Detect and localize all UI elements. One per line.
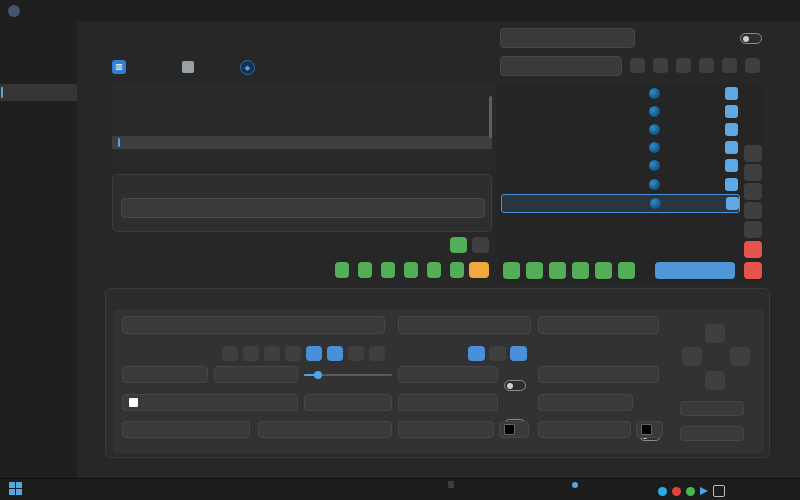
taskbar-app-red[interactable] bbox=[162, 481, 177, 496]
panel-tool-button[interactable] bbox=[745, 58, 760, 73]
add-panel-button[interactable] bbox=[699, 58, 714, 73]
marquee-speed-slider[interactable] bbox=[304, 366, 392, 383]
fixed-width-stepper[interactable] bbox=[122, 366, 208, 383]
sensor-id-input[interactable] bbox=[121, 198, 485, 218]
taskbar-app-terminal[interactable] bbox=[74, 481, 89, 496]
text-input[interactable] bbox=[122, 316, 385, 334]
display-value-button-active[interactable] bbox=[468, 346, 485, 361]
nudge-left-button[interactable] bbox=[682, 347, 702, 366]
tree-item-current-track[interactable] bbox=[112, 110, 492, 123]
add-gauge-button[interactable] bbox=[595, 262, 612, 279]
tree-scrollbar[interactable] bbox=[489, 96, 492, 138]
tab-libre[interactable] bbox=[182, 58, 200, 76]
align-center-button-active[interactable] bbox=[306, 346, 322, 361]
add-clock-button[interactable] bbox=[381, 262, 395, 278]
grid-tool-button[interactable] bbox=[676, 58, 691, 73]
taskbar-app-light[interactable] bbox=[206, 481, 221, 496]
blur-tool-button[interactable] bbox=[630, 58, 645, 73]
add-gauge-button[interactable] bbox=[427, 262, 441, 278]
add-bar-button[interactable] bbox=[404, 262, 418, 278]
lowercase-button-active[interactable] bbox=[327, 346, 343, 361]
position-x-stepper[interactable] bbox=[680, 401, 744, 416]
tree-item-spotify-child[interactable] bbox=[112, 97, 492, 110]
justify-button[interactable] bbox=[369, 346, 385, 361]
reset-button[interactable] bbox=[744, 262, 762, 279]
font-color-select[interactable] bbox=[122, 394, 298, 411]
taskbar-app-firefox[interactable] bbox=[52, 481, 67, 496]
spacing-button[interactable] bbox=[348, 346, 364, 361]
add-bar-button[interactable] bbox=[572, 262, 589, 279]
taskbar-app-infopanel-active[interactable] bbox=[272, 481, 287, 496]
reading-select[interactable] bbox=[538, 316, 659, 334]
taskbar-app-steam[interactable] bbox=[140, 481, 155, 496]
visible-checkbox[interactable] bbox=[725, 105, 738, 118]
save-button[interactable] bbox=[655, 262, 735, 279]
display-toggle[interactable] bbox=[740, 33, 762, 44]
add-shape-button[interactable] bbox=[450, 262, 464, 278]
list-item-track-progress-selected[interactable] bbox=[501, 194, 740, 213]
add-image-button[interactable] bbox=[358, 262, 372, 278]
taskbar-app-spotify[interactable] bbox=[96, 481, 111, 496]
list-item-album[interactable] bbox=[501, 139, 738, 156]
sensor-input[interactable] bbox=[398, 316, 531, 334]
align-right-button[interactable] bbox=[264, 346, 280, 361]
move-tool-button[interactable] bbox=[722, 58, 737, 73]
move-to-top-button[interactable] bbox=[744, 145, 762, 162]
visible-checkbox[interactable] bbox=[725, 178, 738, 191]
override-precision-input[interactable] bbox=[398, 394, 498, 411]
tree-item-elapsed-time[interactable] bbox=[112, 149, 492, 162]
font-style-select[interactable] bbox=[258, 421, 392, 438]
divisor-toggle[interactable] bbox=[504, 380, 526, 391]
sidebar-item-profiles[interactable] bbox=[0, 65, 77, 82]
override-unit-input[interactable] bbox=[538, 394, 633, 411]
nudge-down-button[interactable] bbox=[705, 371, 725, 390]
visible-checkbox[interactable] bbox=[725, 159, 738, 172]
threshold1-stepper[interactable] bbox=[398, 421, 494, 438]
visible-checkbox[interactable] bbox=[725, 87, 738, 100]
sidebar-item-about[interactable] bbox=[0, 462, 77, 479]
add-text-button[interactable] bbox=[335, 262, 349, 278]
delete-button[interactable] bbox=[744, 241, 762, 258]
sidebar-item-plugins[interactable] bbox=[0, 405, 77, 422]
sidebar-item-home[interactable] bbox=[0, 46, 77, 63]
move-up-button[interactable] bbox=[744, 164, 762, 181]
taskbar-app-purple[interactable] bbox=[250, 481, 265, 496]
add-button[interactable] bbox=[472, 237, 489, 253]
visible-checkbox[interactable] bbox=[726, 197, 739, 210]
nudge-up-button[interactable] bbox=[705, 324, 725, 343]
tray-arrow-app-icon[interactable] bbox=[700, 487, 708, 495]
modifier-stepper[interactable] bbox=[538, 366, 659, 383]
taskbar-app-telegram[interactable] bbox=[118, 481, 133, 496]
temps-widget[interactable] bbox=[448, 480, 478, 489]
tree-item-remaining-time[interactable] bbox=[112, 162, 492, 169]
list-item-remaining-time[interactable] bbox=[501, 176, 738, 193]
sidebar-item-usb-panels[interactable] bbox=[0, 424, 77, 441]
weather-widget[interactable] bbox=[572, 480, 578, 489]
tab-hwinfo[interactable]: ▥ bbox=[112, 58, 132, 76]
threshold2-color-picker[interactable] bbox=[636, 421, 663, 438]
move-down-button[interactable] bbox=[744, 183, 762, 200]
list-item-artist[interactable] bbox=[501, 121, 738, 138]
move-to-bottom-button[interactable] bbox=[744, 202, 762, 219]
font-size-stepper[interactable] bbox=[304, 394, 392, 411]
taskbar-app-indigo[interactable] bbox=[228, 481, 243, 496]
tab-plugins[interactable]: ◆ bbox=[240, 58, 261, 76]
nudge-step-link[interactable] bbox=[706, 347, 726, 366]
tray-red-app-icon[interactable] bbox=[672, 487, 681, 496]
add-image-button[interactable] bbox=[526, 262, 543, 279]
threshold1-color-picker[interactable] bbox=[499, 421, 529, 438]
tray-telegram-icon[interactable] bbox=[658, 487, 667, 496]
start-button[interactable] bbox=[8, 481, 23, 496]
tree-item-spotify-root[interactable] bbox=[112, 84, 492, 97]
nudge-right-button[interactable] bbox=[730, 347, 750, 366]
profile-select[interactable] bbox=[500, 28, 635, 48]
list-item-cover-url[interactable] bbox=[501, 85, 738, 102]
sidebar-item-updates[interactable] bbox=[0, 386, 77, 403]
position-y-stepper[interactable] bbox=[680, 426, 744, 441]
taskbar-app-blue[interactable] bbox=[184, 481, 199, 496]
list-item-current-track[interactable] bbox=[501, 103, 738, 120]
threshold-button[interactable] bbox=[469, 262, 489, 278]
add-text-button[interactable] bbox=[503, 262, 520, 279]
history-tool-button[interactable] bbox=[653, 58, 668, 73]
font-family-select[interactable] bbox=[122, 421, 250, 438]
